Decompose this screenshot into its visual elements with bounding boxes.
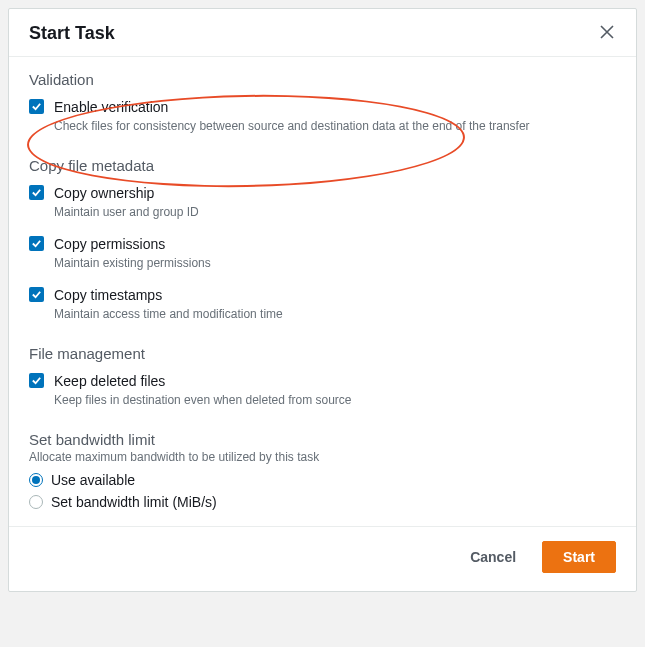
set-limit-label: Set bandwidth limit (MiB/s) xyxy=(51,494,217,510)
bandwidth-heading: Set bandwidth limit xyxy=(29,431,616,448)
keep-deleted-label: Keep deleted files xyxy=(54,372,616,390)
check-icon xyxy=(31,187,42,198)
copy-ownership-label: Copy ownership xyxy=(54,184,616,202)
start-button[interactable]: Start xyxy=(542,541,616,573)
row-use-available: Use available xyxy=(29,472,616,488)
close-icon xyxy=(600,27,614,42)
section-validation: Validation Enable verification Check fil… xyxy=(29,71,616,135)
checkbox-enable-verification[interactable] xyxy=(29,99,44,114)
copy-permissions-desc: Maintain existing permissions xyxy=(54,255,616,272)
check-icon xyxy=(31,289,42,300)
section-bandwidth: Set bandwidth limit Allocate maximum ban… xyxy=(29,431,616,510)
copy-timestamps-label: Copy timestamps xyxy=(54,286,616,304)
checkbox-copy-permissions[interactable] xyxy=(29,236,44,251)
dialog-header: Start Task xyxy=(9,9,636,57)
enable-verification-label: Enable verification xyxy=(54,98,616,116)
keep-deleted-desc: Keep files in destination even when dele… xyxy=(54,392,616,409)
checkbox-copy-ownership[interactable] xyxy=(29,185,44,200)
radio-use-available[interactable] xyxy=(29,473,43,487)
enable-verification-content: Enable verification Check files for cons… xyxy=(54,98,616,135)
row-set-limit: Set bandwidth limit (MiB/s) xyxy=(29,494,616,510)
checkbox-copy-timestamps[interactable] xyxy=(29,287,44,302)
use-available-label: Use available xyxy=(51,472,135,488)
bandwidth-sub: Allocate maximum bandwidth to be utilize… xyxy=(29,450,616,464)
row-copy-ownership: Copy ownership Maintain user and group I… xyxy=(29,184,616,221)
copy-timestamps-desc: Maintain access time and modification ti… xyxy=(54,306,616,323)
file-management-heading: File management xyxy=(29,345,616,362)
close-button[interactable] xyxy=(598,23,616,44)
radio-set-limit[interactable] xyxy=(29,495,43,509)
start-task-dialog: Start Task Validation Enable verificatio… xyxy=(8,8,637,592)
dialog-body: Validation Enable verification Check fil… xyxy=(9,57,636,526)
copy-ownership-desc: Maintain user and group ID xyxy=(54,204,616,221)
dialog-footer: Cancel Start xyxy=(9,526,636,591)
metadata-heading: Copy file metadata xyxy=(29,157,616,174)
check-icon xyxy=(31,375,42,386)
row-copy-permissions: Copy permissions Maintain existing permi… xyxy=(29,235,616,272)
row-copy-timestamps: Copy timestamps Maintain access time and… xyxy=(29,286,616,323)
check-icon xyxy=(31,101,42,112)
validation-heading: Validation xyxy=(29,71,616,88)
checkbox-keep-deleted[interactable] xyxy=(29,373,44,388)
copy-permissions-label: Copy permissions xyxy=(54,235,616,253)
enable-verification-desc: Check files for consistency between sour… xyxy=(54,118,616,135)
dialog-title: Start Task xyxy=(29,23,115,44)
row-enable-verification: Enable verification Check files for cons… xyxy=(29,98,616,135)
check-icon xyxy=(31,238,42,249)
cancel-button[interactable]: Cancel xyxy=(458,541,528,573)
section-metadata: Copy file metadata Copy ownership Mainta… xyxy=(29,157,616,323)
row-keep-deleted: Keep deleted files Keep files in destina… xyxy=(29,372,616,409)
section-file-management: File management Keep deleted files Keep … xyxy=(29,345,616,409)
